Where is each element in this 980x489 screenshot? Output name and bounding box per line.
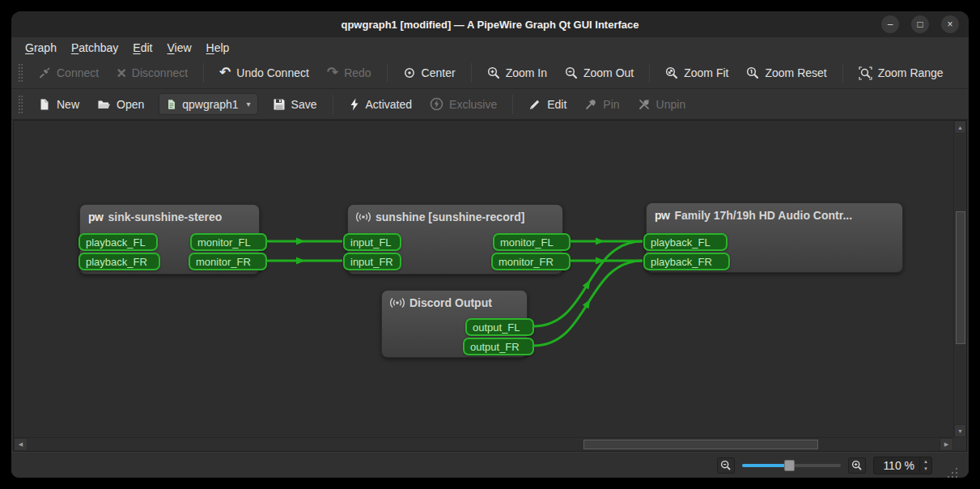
- zoom-reset-icon: [746, 66, 759, 79]
- maximize-icon: □: [917, 19, 923, 30]
- port-playback-fr[interactable]: playback_FR: [643, 253, 730, 270]
- window-title: qpwgraph1 [modified] — A PipeWire Graph …: [341, 19, 638, 31]
- toolbar-separator: [387, 63, 388, 83]
- port-playback-fl[interactable]: playback_FL: [78, 233, 158, 251]
- scrollbar-corner: [953, 437, 966, 451]
- center-button[interactable]: Center: [395, 62, 464, 84]
- scroll-down-button[interactable]: ▼: [954, 424, 966, 437]
- port-monitor-fr[interactable]: monitor_FR: [189, 253, 267, 270]
- node-title: Discord Output: [409, 296, 492, 309]
- edit-pencil-icon: [528, 98, 541, 111]
- node-family-hd-audio[interactable]: pw Family 17h/19h HD Audio Contr... play…: [646, 202, 903, 273]
- node-sunshine[interactable]: sunshine [sunshine-record] input_FL inpu…: [347, 204, 563, 274]
- horizontal-scrollbar-thumb[interactable]: [583, 440, 818, 449]
- zoom-range-button[interactable]: Zoom Range: [851, 62, 952, 85]
- disconnect-button[interactable]: × Disconnect: [108, 62, 196, 84]
- spin-up-icon[interactable]: ▲: [920, 458, 931, 466]
- toolbar-separator: [471, 63, 472, 83]
- port-output-fl[interactable]: output_FL: [465, 318, 534, 336]
- redo-icon: ↷: [327, 66, 338, 79]
- scroll-right-icon: ▶: [944, 441, 948, 448]
- scroll-down-icon: ▼: [957, 428, 963, 434]
- minimize-button[interactable]: –: [881, 15, 899, 33]
- zoom-reset-button[interactable]: Zoom Reset: [738, 62, 834, 84]
- toolbar-separator: [842, 63, 843, 83]
- pin-icon: [584, 98, 597, 111]
- port-monitor-fr[interactable]: monitor_FR: [491, 253, 571, 270]
- menu-edit[interactable]: Edit: [125, 40, 159, 56]
- zoom-out-icon: [720, 460, 732, 471]
- close-button[interactable]: ×: [941, 15, 959, 33]
- statusbar-zoom-in-button[interactable]: [848, 457, 866, 474]
- port-playback-fr[interactable]: playback_FR: [78, 253, 160, 270]
- port-monitor-fl[interactable]: monitor_FL: [190, 233, 267, 251]
- zoom-slider-handle[interactable]: [784, 460, 795, 471]
- toolbar-separator: [512, 95, 513, 114]
- app-window: qpwgraph1 [modified] — A PipeWire Graph …: [11, 11, 969, 478]
- unpin-button[interactable]: Unpin: [630, 93, 694, 116]
- maximize-button[interactable]: □: [911, 15, 929, 33]
- activated-button[interactable]: Activated: [341, 93, 421, 116]
- zoom-slider-fill: [742, 464, 787, 467]
- open-folder-icon: [97, 98, 111, 111]
- connect-button[interactable]: Connect: [30, 62, 107, 84]
- node-title: sunshine [sunshine-record]: [375, 210, 524, 223]
- port-output-fr[interactable]: output_FR: [463, 338, 534, 355]
- pipewire-icon: pw: [655, 209, 669, 222]
- zoom-in-button[interactable]: Zoom In: [479, 62, 555, 84]
- menu-graph[interactable]: Graph: [18, 40, 64, 56]
- toolbar-drag-handle[interactable]: [18, 95, 23, 114]
- vertical-scrollbar[interactable]: ▲ ▼: [953, 121, 966, 437]
- menu-patchbay[interactable]: Patchbay: [64, 40, 125, 56]
- node-discord-output[interactable]: Discord Output output_FL output_FR: [381, 290, 528, 358]
- titlebar[interactable]: qpwgraph1 [modified] — A PipeWire Graph …: [11, 11, 969, 37]
- open-button[interactable]: Open: [89, 93, 152, 116]
- center-icon: [403, 66, 416, 79]
- toolbar-separator: [203, 63, 204, 83]
- new-button[interactable]: New: [30, 93, 87, 116]
- spin-down-icon[interactable]: ▼: [920, 466, 931, 473]
- save-button[interactable]: Save: [265, 93, 325, 116]
- disconnect-icon: ×: [117, 66, 126, 79]
- edit-button[interactable]: Edit: [520, 93, 575, 116]
- patchbay-select-value: qpwgraph1: [182, 98, 238, 111]
- unpin-icon: [638, 98, 651, 111]
- zoom-value: 110 %: [880, 459, 914, 472]
- zoom-spinbox[interactable]: 110 % ▲ ▼: [873, 457, 932, 474]
- chevron-down-icon: ▾: [247, 100, 251, 108]
- zoom-fit-button[interactable]: Zoom Fit: [657, 62, 736, 84]
- redo-button[interactable]: ↷ Redo: [319, 62, 380, 84]
- window-controls: – □ ×: [881, 15, 959, 33]
- exclusive-button[interactable]: Exclusive: [422, 92, 505, 116]
- statusbar-zoom-out-button[interactable]: [717, 457, 735, 474]
- scroll-left-button[interactable]: ◀: [14, 438, 28, 451]
- vertical-scrollbar-thumb[interactable]: [956, 211, 965, 344]
- node-sink-sunshine-stereo[interactable]: pw sink-sunshine-stereo playback_FL play…: [79, 204, 260, 274]
- patchbay-select[interactable]: qpwgraph1 ▾: [159, 93, 257, 115]
- menu-view[interactable]: View: [159, 40, 198, 56]
- scroll-right-button[interactable]: ▶: [940, 438, 953, 451]
- scroll-up-icon: ▲: [957, 125, 963, 130]
- pin-button[interactable]: Pin: [576, 93, 627, 116]
- toolbar-separator: [649, 63, 650, 83]
- port-monitor-fl[interactable]: monitor_FL: [493, 233, 571, 251]
- scroll-up-button[interactable]: ▲: [954, 121, 966, 134]
- zoom-slider[interactable]: [742, 457, 841, 474]
- save-icon: [273, 98, 286, 111]
- resize-grip[interactable]: [946, 466, 957, 478]
- zoom-in-icon: [851, 460, 863, 471]
- port-playback-fl[interactable]: playback_FL: [643, 233, 728, 251]
- undo-connect-button[interactable]: ↶ Undo Connect: [211, 62, 317, 84]
- port-input-fl[interactable]: input_FL: [343, 233, 401, 251]
- toolbar-drag-handle[interactable]: [18, 63, 23, 83]
- port-input-fr[interactable]: input_FR: [343, 253, 401, 270]
- zoom-range-icon: [859, 66, 872, 80]
- menu-help[interactable]: Help: [199, 40, 237, 56]
- zoom-spinner: ▲ ▼: [919, 458, 931, 473]
- pipewire-icon: pw: [88, 210, 103, 223]
- horizontal-scrollbar[interactable]: ◀ ▶: [14, 437, 953, 451]
- zoom-out-button[interactable]: Zoom Out: [557, 62, 642, 84]
- toolbar-separator: [333, 95, 333, 114]
- graph-toolbar: Connect × Disconnect ↶ Undo Connect ↷ Re…: [11, 57, 969, 89]
- graph-canvas[interactable]: pw sink-sunshine-stereo playback_FL play…: [14, 121, 966, 451]
